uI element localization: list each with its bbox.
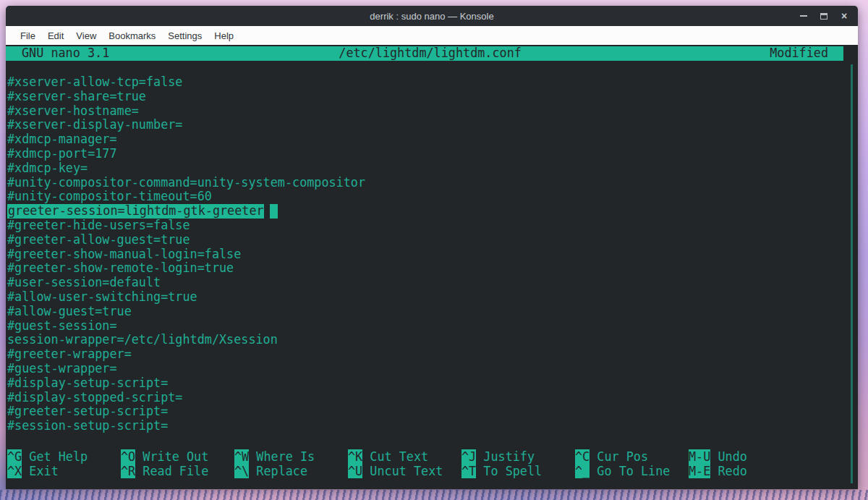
shortcut: ^U Uncut Text: [348, 465, 461, 479]
config-line: session-wrapper=/etc/lightdm/Xsession: [7, 333, 841, 347]
shortcut-key: ^O: [121, 449, 135, 464]
minimize-icon: [800, 15, 807, 17]
shortcut-label: Go To Line: [597, 464, 670, 478]
window-controls: ×: [799, 6, 849, 26]
shortcut-label: Undo: [718, 449, 746, 464]
maximize-button[interactable]: [819, 11, 829, 21]
shortcut-label: Cut Text: [370, 449, 428, 464]
shortcut: ^K Cut Text: [348, 450, 461, 465]
config-line: #greeter-show-remote-login=true: [7, 261, 841, 276]
shortcut-key: ^J: [461, 449, 476, 464]
minimize-button[interactable]: [799, 11, 809, 21]
nano-filename: /etc/lightdm/lightdm.conf: [339, 46, 522, 61]
menu-item[interactable]: View: [76, 30, 96, 41]
terminal-viewport[interactable]: GNU nano 3.1 /etc/lightdm/lightdm.conf M…: [6, 45, 858, 489]
config-line: #unity-compositor-timeout=60: [7, 190, 841, 204]
titlebar[interactable]: derrik : sudo nano — Konsole ×: [6, 6, 858, 26]
shortcut: ^X Exit: [7, 465, 121, 479]
shortcut: ^W Where Is: [234, 450, 348, 465]
highlighted-text: greeter-session=lightdm-gtk-greeter: [7, 204, 264, 219]
config-line: #allow-user-switching=true: [7, 290, 841, 305]
config-line: #user-session=default: [7, 276, 841, 290]
config-line: #xserver-allow-tcp=false: [7, 75, 841, 90]
config-line: #display-stopped-script=: [7, 391, 841, 405]
config-line: #guest-session=: [7, 319, 841, 334]
config-line: #greeter-show-manual-login=false: [7, 247, 841, 262]
config-line: #xdmcp-port=177: [7, 147, 841, 161]
shortcut: ^\ Replace: [234, 465, 348, 479]
config-line: #session-setup-script=: [7, 419, 841, 433]
shortcut: ^C Cur Pos: [575, 450, 689, 465]
shortcut-label: Exit: [29, 464, 58, 478]
config-lines-after: #greeter-hide-users=false #greeter-allow…: [7, 219, 841, 433]
shortcut: ^J Justify: [461, 450, 575, 465]
shortcut-label: Write Out: [142, 449, 208, 464]
editor-buffer: #xserver-allow-tcp=false #xserver-share=…: [7, 75, 841, 433]
close-icon: ×: [841, 11, 847, 21]
config-line: #xserver-share=true: [7, 90, 841, 104]
shortcut: ^T To Spell: [461, 465, 575, 479]
config-lines-before: #xserver-allow-tcp=false #xserver-share=…: [7, 75, 841, 204]
shortcut-key: ^T: [461, 464, 476, 478]
config-line: #xserver-hostname=: [7, 104, 841, 119]
shortcut-key: ^W: [234, 449, 249, 464]
cursor-line: greeter-session=lightdm-gtk-greeter: [7, 204, 841, 219]
config-line: #guest-wrapper=: [7, 362, 841, 376]
config-line: #xdmcp-key=: [7, 161, 841, 176]
config-line: #greeter-wrapper=: [7, 347, 841, 362]
shortcut-key: ^K: [348, 449, 362, 464]
menubar: File Edit View Bookmarks Settings Help: [6, 26, 858, 45]
menu-item[interactable]: Help: [214, 30, 234, 41]
shortcut-label: Redo: [718, 464, 746, 478]
shortcut-label: Read File: [142, 464, 208, 478]
shortcut: ^_ Go To Line: [575, 465, 689, 479]
shortcut: M-U Undo: [689, 450, 802, 465]
shortcut-label: Get Help: [29, 449, 88, 464]
maximize-icon: [820, 13, 827, 20]
terminal-scrollbar[interactable]: [851, 64, 853, 483]
config-line: #greeter-hide-users=false: [7, 219, 841, 233]
shortcut: ^G Get Help: [7, 450, 121, 465]
shortcut-label: Uncut Text: [370, 464, 443, 478]
config-line: #xdmcp-manager=: [7, 132, 841, 147]
shortcut: ^O Write Out: [121, 450, 234, 465]
text-cursor: [270, 204, 278, 219]
shortcut-key: ^R: [121, 464, 135, 478]
shortcut-label: Replace: [256, 464, 307, 478]
shortcut-label: Cur Pos: [597, 449, 648, 464]
shortcut: ^R Read File: [121, 465, 234, 479]
shortcut: M-E Redo: [689, 465, 802, 479]
config-line: #greeter-setup-script=: [7, 404, 841, 419]
close-button[interactable]: ×: [839, 11, 849, 21]
config-line: #unity-compositor-command=unity-system-c…: [7, 176, 841, 190]
menu-item[interactable]: Edit: [48, 30, 64, 41]
config-line: #xserver-display-number=: [7, 118, 841, 132]
shortcut-key: ^_: [575, 464, 590, 478]
nano-shortcut-help: ^G Get Help ^O Write Out ^W Where Is ^K …: [7, 450, 851, 479]
menu-item[interactable]: Bookmarks: [109, 30, 156, 41]
nano-modified-badge: Modified: [770, 46, 828, 61]
config-line: #allow-guest=true: [7, 305, 841, 319]
config-line: #display-setup-script=: [7, 376, 841, 391]
shortcut-key: ^C: [575, 449, 590, 464]
config-line: #greeter-allow-guest=true: [7, 233, 841, 247]
desktop-background: derrik : sudo nano — Konsole × File Edit: [0, 0, 868, 500]
shortcut-label: To Spell: [483, 464, 542, 478]
shortcut-key: M-E: [689, 464, 710, 478]
shortcut-key: ^\: [234, 464, 249, 478]
shortcut-label: Where Is: [256, 449, 315, 464]
shortcut-label: Justify: [483, 449, 535, 464]
menu-item[interactable]: Settings: [168, 30, 202, 41]
shortcut-key: ^G: [7, 449, 22, 464]
menu-item[interactable]: File: [20, 30, 35, 41]
nano-version: GNU nano 3.1: [22, 46, 109, 61]
shortcut-key: ^X: [7, 464, 22, 478]
shortcut-key: M-U: [689, 449, 710, 464]
window-title: derrik : sudo nano — Konsole: [370, 11, 493, 22]
konsole-window: derrik : sudo nano — Konsole × File Edit: [6, 6, 858, 489]
shortcut-key: ^U: [348, 464, 362, 478]
nano-header-bar: GNU nano 3.1 /etc/lightdm/lightdm.conf M…: [6, 46, 843, 61]
